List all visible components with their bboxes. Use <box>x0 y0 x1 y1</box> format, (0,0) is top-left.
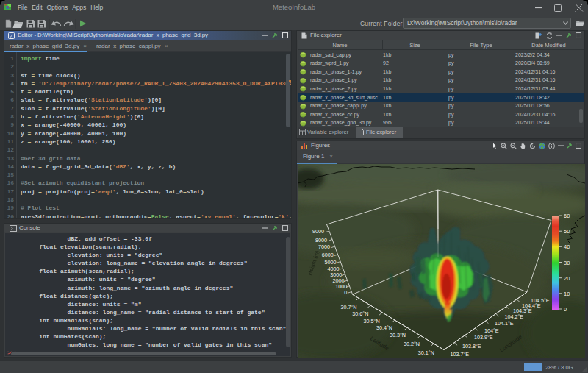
svg-text:103.9°E: 103.9°E <box>474 334 493 341</box>
svg-text:0: 0 <box>344 289 347 296</box>
svg-text:30.2°N: 30.2°N <box>404 341 420 347</box>
svg-text:30: 30 <box>564 260 570 266</box>
svg-text:10: 10 <box>564 291 570 297</box>
svg-text:30.7°N: 30.7°N <box>341 304 357 310</box>
svg-text:5000: 5000 <box>325 259 337 266</box>
svg-text:104.1°E: 104.1°E <box>495 320 514 327</box>
svg-text:30.4°N: 30.4°N <box>376 324 392 331</box>
svg-text:103.8°E: 103.8°E <box>462 343 481 349</box>
svg-text:7000: 7000 <box>318 244 330 250</box>
svg-text:60: 60 <box>564 213 570 219</box>
svg-text:6000: 6000 <box>322 252 334 258</box>
svg-text:30.1°N: 30.1°N <box>418 349 434 356</box>
svg-text:20: 20 <box>564 275 570 282</box>
svg-text:30.6°N: 30.6°N <box>352 310 368 317</box>
svg-text:30.3°N: 30.3°N <box>390 332 406 338</box>
svg-text:40: 40 <box>564 244 570 250</box>
svg-text:0: 0 <box>564 306 567 313</box>
svg-text:30.5°N: 30.5°N <box>364 318 380 324</box>
svg-text:9000: 9000 <box>312 228 324 235</box>
svg-text:104.2°E: 104.2°E <box>505 313 524 320</box>
svg-text:103.7°E: 103.7°E <box>451 351 470 358</box>
svg-text:50: 50 <box>564 228 570 235</box>
svg-text:8000: 8000 <box>315 237 327 244</box>
svg-text:104°E: 104°E <box>484 327 499 334</box>
